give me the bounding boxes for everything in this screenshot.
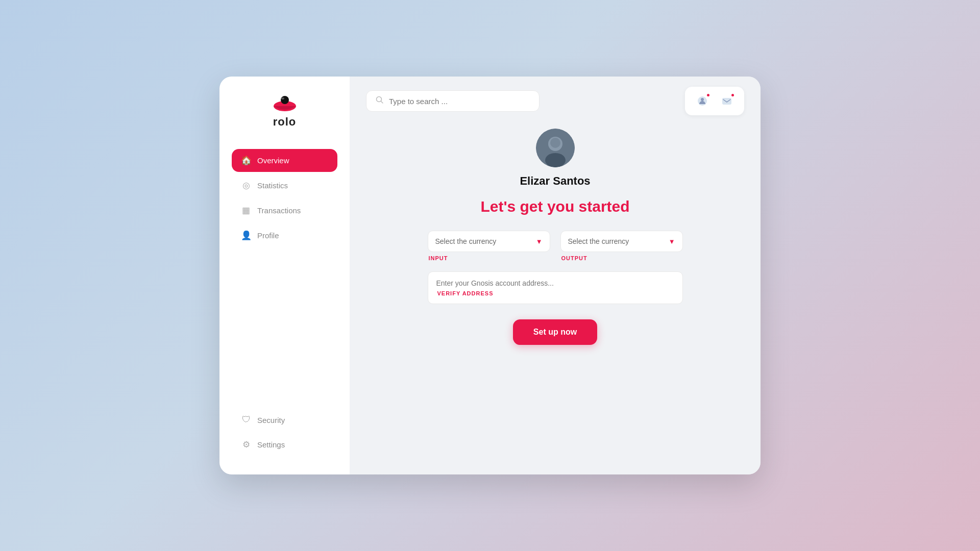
messages-button[interactable]: [718, 92, 736, 110]
sidebar-item-label-transactions: Transactions: [257, 206, 301, 215]
header: [350, 77, 761, 123]
logo-area: rolo: [232, 95, 337, 129]
output-currency-label: OUTPUT: [560, 255, 683, 261]
form-area: Select the currency ▼ INPUT Select the c…: [428, 231, 683, 345]
verify-address-label[interactable]: VERIFY ADDRESS: [436, 290, 674, 296]
output-currency-chevron: ▼: [669, 238, 675, 245]
sidebar: rolo 🏠 Overview ◎ Statistics ▦ Transacti…: [219, 77, 350, 474]
svg-point-2: [281, 97, 284, 99]
home-icon: 🏠: [241, 155, 251, 166]
welcome-title: Let's get you started: [480, 198, 629, 215]
sidebar-item-overview[interactable]: 🏠 Overview: [232, 149, 337, 172]
svg-rect-7: [722, 98, 731, 105]
output-currency-select[interactable]: Select the currency ▼: [560, 231, 683, 252]
output-currency-placeholder: Select the currency: [568, 237, 629, 245]
input-currency-select[interactable]: Select the currency ▼: [428, 231, 550, 252]
messages-badge: [730, 93, 735, 97]
app-container: rolo 🏠 Overview ◎ Statistics ▦ Transacti…: [219, 77, 761, 474]
address-input[interactable]: [436, 279, 674, 287]
header-actions: [685, 87, 744, 115]
svg-point-1: [281, 96, 289, 104]
address-input-wrap: VERIFY ADDRESS: [428, 271, 683, 304]
app-name: rolo: [273, 115, 297, 129]
input-currency-group: Select the currency ▼ INPUT: [428, 231, 550, 261]
sidebar-bottom: 🛡 Security ⚙ Settings: [232, 398, 337, 456]
settings-icon: ⚙: [241, 439, 251, 450]
avatar-image: [536, 129, 575, 167]
sidebar-item-statistics[interactable]: ◎ Statistics: [232, 174, 337, 197]
sidebar-item-transactions[interactable]: ▦ Transactions: [232, 199, 337, 222]
search-input[interactable]: [389, 97, 530, 106]
sidebar-item-label-statistics: Statistics: [257, 181, 288, 190]
currency-row: Select the currency ▼ INPUT Select the c…: [428, 231, 683, 261]
profile-icon: 👤: [241, 230, 251, 241]
sidebar-item-label-profile: Profile: [257, 231, 279, 240]
input-currency-label: INPUT: [428, 255, 550, 261]
main-content: Elizar Santos Let's get you started Sele…: [350, 77, 761, 474]
sidebar-item-label-security: Security: [257, 416, 285, 424]
input-currency-chevron: ▼: [536, 238, 543, 245]
avatar: [536, 129, 575, 167]
svg-point-9: [545, 153, 566, 167]
svg-point-11: [550, 138, 560, 148]
transactions-icon: ▦: [241, 205, 251, 216]
notification-badge: [706, 93, 710, 97]
sidebar-item-label-overview: Overview: [257, 156, 289, 165]
page-content: Elizar Santos Let's get you started Sele…: [350, 123, 761, 474]
search-icon: [376, 96, 384, 106]
input-currency-placeholder: Select the currency: [435, 237, 497, 245]
sidebar-item-security[interactable]: 🛡 Security: [232, 409, 337, 431]
setup-now-button[interactable]: Set up now: [513, 319, 597, 345]
sidebar-item-settings[interactable]: ⚙ Settings: [232, 433, 337, 456]
nav-menu: 🏠 Overview ◎ Statistics ▦ Transactions 👤…: [232, 149, 337, 398]
notification-button[interactable]: [693, 92, 712, 110]
output-currency-group: Select the currency ▼ OUTPUT: [560, 231, 683, 261]
statistics-icon: ◎: [241, 180, 251, 191]
search-bar[interactable]: [366, 90, 540, 112]
sidebar-item-profile[interactable]: 👤 Profile: [232, 224, 337, 247]
svg-line-4: [381, 102, 383, 104]
svg-point-6: [701, 98, 704, 101]
security-icon: 🛡: [241, 415, 251, 425]
sidebar-item-label-settings: Settings: [257, 440, 285, 449]
logo-icon: [271, 95, 299, 115]
user-name: Elizar Santos: [520, 174, 590, 188]
